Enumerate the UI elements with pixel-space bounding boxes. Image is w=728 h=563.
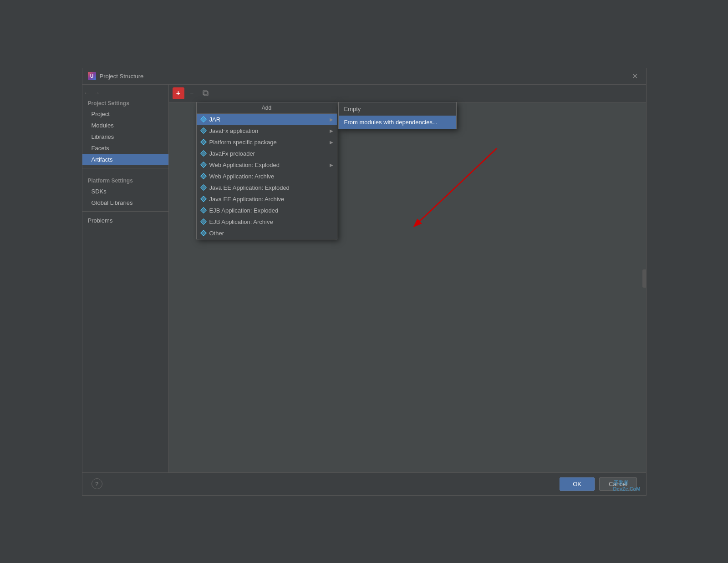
- watermark: 开发者DevZe.CoM: [613, 479, 641, 492]
- menu-item-javaee-archive[interactable]: Java EE Application: Archive: [197, 193, 337, 205]
- menu-item-jar[interactable]: JAR ▶: [197, 114, 337, 125]
- javafx-preloader-icon: [200, 150, 207, 157]
- add-menu-header: Add: [197, 102, 337, 114]
- close-button[interactable]: ✕: [629, 71, 641, 81]
- menu-item-javafx-app[interactable]: JavaFx application ▶: [197, 125, 337, 137]
- annotation-arrow: [378, 144, 515, 280]
- ejb-exploded-icon: [200, 207, 207, 213]
- menu-item-javaee-exploded[interactable]: Java EE Application: Exploded: [197, 182, 337, 193]
- svg-rect-0: [204, 91, 208, 96]
- sidebar-item-libraries[interactable]: Libraries: [82, 131, 168, 142]
- web-archive-icon: [200, 173, 207, 179]
- platform-package-submenu-arrow: ▶: [330, 140, 333, 145]
- sidebar-divider-2: [82, 211, 168, 212]
- javafx-app-icon: [200, 127, 207, 134]
- app-icon: U: [88, 72, 96, 80]
- menu-item-javafx-preloader[interactable]: JavaFx preloader: [197, 148, 337, 159]
- menu-item-web-archive[interactable]: Web Application: Archive: [197, 171, 337, 182]
- other-icon: [200, 230, 207, 236]
- svg-rect-1: [203, 91, 207, 95]
- add-button[interactable]: +: [173, 87, 184, 99]
- platform-settings-label: Platform Settings: [82, 175, 168, 186]
- jar-icon: [200, 116, 207, 122]
- submenu-item-from-modules[interactable]: From modules with dependencies...: [339, 116, 456, 129]
- dialog-title: Project Structure: [100, 73, 629, 80]
- add-menu: Add JAR ▶ JavaFx application: [196, 102, 337, 239]
- ejb-archive-icon: [200, 218, 207, 225]
- dropdown-container: Add JAR ▶ JavaFx application: [196, 102, 337, 239]
- dialog-body: ← → Project Settings Project Modules Lib…: [82, 85, 646, 472]
- sidebar-item-facets[interactable]: Facets: [82, 142, 168, 154]
- forward-arrow[interactable]: →: [92, 88, 102, 97]
- javaee-exploded-icon: [200, 184, 207, 191]
- jar-submenu-arrow: ▶: [330, 117, 333, 122]
- web-exploded-submenu-arrow: ▶: [330, 162, 333, 167]
- nav-arrows: ← →: [82, 88, 167, 97]
- svg-line-24: [415, 148, 497, 226]
- ok-button[interactable]: OK: [560, 477, 595, 491]
- menu-item-ejb-exploded[interactable]: EJB Application: Exploded: [197, 205, 337, 216]
- back-arrow[interactable]: ←: [82, 88, 92, 97]
- sidebar-item-project[interactable]: Project: [82, 108, 168, 120]
- jar-submenu: Empty From modules with dependencies...: [338, 102, 457, 129]
- menu-item-platform-package[interactable]: Platform specific package ▶: [197, 137, 337, 148]
- resize-handle[interactable]: [642, 269, 646, 288]
- menu-item-ejb-archive[interactable]: EJB Application: Archive: [197, 216, 337, 228]
- menu-item-web-exploded[interactable]: Web Application: Exploded ▶: [197, 159, 337, 171]
- menu-item-other[interactable]: Other: [197, 228, 337, 239]
- sidebar: ← → Project Settings Project Modules Lib…: [82, 85, 169, 472]
- web-exploded-icon: [200, 162, 207, 168]
- sidebar-item-artifacts[interactable]: Artifacts: [82, 154, 168, 165]
- javafx-app-submenu-arrow: ▶: [330, 128, 333, 133]
- bottom-bar: ? OK Cancel: [82, 472, 646, 495]
- remove-button[interactable]: −: [186, 87, 198, 99]
- sidebar-item-modules[interactable]: Modules: [82, 120, 168, 131]
- help-button[interactable]: ?: [92, 478, 102, 489]
- sidebar-item-sdks[interactable]: SDKs: [82, 186, 168, 197]
- copy-button[interactable]: [200, 87, 212, 99]
- sidebar-divider: [82, 168, 168, 168]
- submenu-item-empty[interactable]: Empty: [339, 102, 456, 116]
- title-bar: U Project Structure ✕: [82, 68, 646, 85]
- project-structure-dialog: U Project Structure ✕ ← → Project Settin…: [82, 68, 647, 496]
- main-area: + − Add: [169, 85, 646, 472]
- javaee-archive-icon: [200, 196, 207, 202]
- sidebar-item-global-libraries[interactable]: Global Libraries: [82, 197, 168, 208]
- sidebar-item-problems[interactable]: Problems: [82, 214, 168, 227]
- platform-package-icon: [200, 139, 207, 145]
- project-settings-label: Project Settings: [82, 97, 168, 108]
- toolbar: + −: [169, 85, 646, 102]
